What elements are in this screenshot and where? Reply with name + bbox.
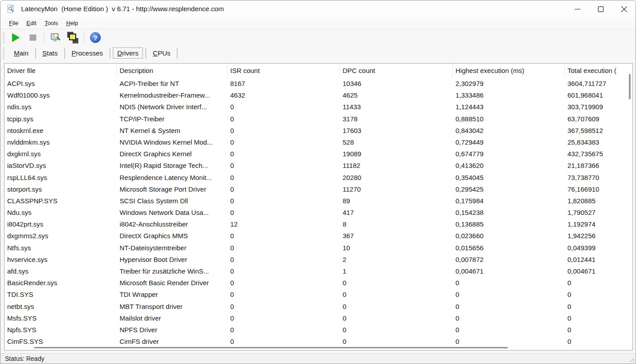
cell-dpc_count[interactable]: 11182: [340, 160, 453, 171]
cell-description[interactable]: TCP/IP-Treiber: [117, 113, 228, 125]
cell-highest_execution_ms[interactable]: 0,136885: [453, 218, 565, 230]
cell-description[interactable]: i8042-Anschlusstreiber: [117, 218, 228, 230]
cell-isr_count[interactable]: 0: [228, 289, 340, 300]
cell-total_execution_ms[interactable]: 0: [565, 289, 632, 300]
cell-description[interactable]: Treiber für zusätzliche WinS...: [117, 266, 228, 277]
cell-total_execution_ms[interactable]: 21,187366: [565, 160, 632, 171]
vertical-scrollbar-thumb[interactable]: [629, 74, 631, 99]
cell-description[interactable]: Resplendence Latency Monit...: [117, 172, 228, 184]
cell-dpc_count[interactable]: 19089: [340, 148, 453, 160]
horizontal-scrollbar-thumb[interactable]: [34, 347, 508, 348]
cell-description[interactable]: DirectX Graphics MMS: [117, 230, 228, 242]
cell-dpc_count[interactable]: 1: [340, 266, 453, 277]
cell-isr_count[interactable]: 0: [228, 125, 340, 137]
cell-description[interactable]: NT-Dateisystemtreiber: [117, 242, 228, 254]
cell-highest_execution_ms[interactable]: 0,354045: [453, 172, 565, 184]
maximize-button[interactable]: [589, 0, 612, 17]
cell-isr_count[interactable]: 0: [228, 230, 340, 242]
stop-monitor-button[interactable]: [26, 31, 40, 44]
cell-driver_file[interactable]: Npfs.SYS: [4, 324, 117, 336]
column-header-driver_file[interactable]: Driver file: [4, 64, 117, 77]
cell-driver_file[interactable]: netbt.sys: [4, 301, 117, 313]
cell-highest_execution_ms[interactable]: 0: [453, 301, 565, 313]
cell-dpc_count[interactable]: 417: [340, 207, 453, 218]
cell-highest_execution_ms[interactable]: 0,888510: [453, 113, 565, 125]
cell-total_execution_ms[interactable]: 0,012441: [565, 254, 632, 266]
cell-highest_execution_ms[interactable]: 1,124443: [453, 101, 565, 113]
cell-isr_count[interactable]: 0: [228, 336, 340, 345]
cell-driver_file[interactable]: Ndu.sys: [4, 207, 117, 218]
cell-driver_file[interactable]: TDI.SYS: [4, 289, 117, 300]
cell-isr_count[interactable]: 0: [228, 301, 340, 313]
cell-dpc_count[interactable]: 0: [340, 301, 453, 313]
cell-driver_file[interactable]: ndis.sys: [4, 101, 117, 113]
table-row[interactable]: Msfs.SYSMailslot driver0000: [4, 313, 632, 324]
table-row[interactable]: i8042prt.sysi8042-Anschlusstreiber1280,1…: [4, 218, 632, 230]
cell-isr_count[interactable]: 4632: [228, 90, 340, 101]
column-header-description[interactable]: Description: [117, 64, 228, 77]
minimize-button[interactable]: [566, 0, 589, 17]
table-row[interactable]: hvservice.sysHypervisor Boot Driver020,0…: [4, 254, 632, 266]
cell-dpc_count[interactable]: 2: [340, 254, 453, 266]
cell-total_execution_ms[interactable]: 3604,711727: [565, 78, 632, 90]
cell-total_execution_ms[interactable]: 0: [565, 336, 632, 345]
cell-dpc_count[interactable]: 89: [340, 195, 453, 207]
cell-isr_count[interactable]: 0: [228, 266, 340, 277]
table-row[interactable]: TDI.SYSTDI Wrapper0000: [4, 289, 632, 300]
cell-description[interactable]: NPFS Driver: [117, 324, 228, 336]
help-button[interactable]: ?: [88, 31, 103, 44]
cell-highest_execution_ms[interactable]: 0: [453, 336, 565, 345]
tab-stats[interactable]: Stats: [39, 48, 62, 58]
cell-isr_count[interactable]: 0: [228, 242, 340, 254]
cell-description[interactable]: SCSI Class System Dll: [117, 195, 228, 207]
horizontal-scrollbar[interactable]: [4, 345, 632, 350]
cell-highest_execution_ms[interactable]: 0: [453, 313, 565, 324]
table-row[interactable]: CLASSPNP.SYSSCSI Class System Dll0890,17…: [4, 195, 632, 207]
table-row[interactable]: Npfs.SYSNPFS Driver0000: [4, 324, 632, 336]
menu-help[interactable]: Help: [62, 18, 82, 28]
cell-isr_count[interactable]: 0: [228, 101, 340, 113]
cell-highest_execution_ms[interactable]: 0,843042: [453, 125, 565, 137]
cell-total_execution_ms[interactable]: 432,735675: [565, 148, 632, 160]
cell-highest_execution_ms[interactable]: 0: [453, 324, 565, 336]
cell-total_execution_ms[interactable]: 1,790527: [565, 207, 632, 218]
tabbar-gripper[interactable]: [3, 47, 4, 59]
tab-drivers[interactable]: Drivers: [113, 47, 143, 59]
cell-dpc_count[interactable]: 3178: [340, 113, 453, 125]
cell-dpc_count[interactable]: 0: [340, 289, 453, 300]
cell-driver_file[interactable]: hvservice.sys: [4, 254, 117, 266]
table-row[interactable]: ACPI.sysACPI-Treiber für NT8167103462,30…: [4, 78, 632, 90]
column-header-total_execution_ms[interactable]: Total execution (: [565, 64, 633, 77]
cell-dpc_count[interactable]: 0: [340, 336, 453, 345]
cell-driver_file[interactable]: iaStorVD.sys: [4, 160, 117, 171]
cell-driver_file[interactable]: ACPI.sys: [4, 78, 117, 90]
cell-isr_count[interactable]: 0: [228, 148, 340, 160]
table-row[interactable]: ndis.sysNDIS (Network Driver Interf...01…: [4, 101, 632, 113]
table-row[interactable]: Ntfs.sysNT-Dateisystemtreiber0100,015656…: [4, 242, 632, 254]
cell-highest_execution_ms[interactable]: 1,333486: [453, 90, 565, 101]
cell-dpc_count[interactable]: 17603: [340, 125, 453, 137]
column-header-dpc_count[interactable]: DPC count: [340, 64, 453, 77]
column-header-highest_execution_ms[interactable]: Highest execution (ms): [453, 64, 565, 77]
cell-description[interactable]: Intel(R) Rapid Storage Tech...: [117, 160, 228, 171]
processes-button[interactable]: [65, 31, 80, 44]
cell-total_execution_ms[interactable]: 73,738770: [565, 172, 632, 184]
table-row[interactable]: dxgkrnl.sysDirectX Graphics Kernel019089…: [4, 148, 632, 160]
cell-highest_execution_ms[interactable]: 0,729449: [453, 137, 565, 148]
cell-description[interactable]: Windows Network Data Usa...: [117, 207, 228, 218]
cell-highest_execution_ms[interactable]: 2,302979: [453, 78, 565, 90]
cell-driver_file[interactable]: rspLLL64.sys: [4, 172, 117, 184]
cell-dpc_count[interactable]: 528: [340, 137, 453, 148]
cell-isr_count[interactable]: 0: [228, 254, 340, 266]
cell-description[interactable]: Microsoft Basic Render Driver: [117, 277, 228, 289]
cell-description[interactable]: NT Kernel & System: [117, 125, 228, 137]
cell-highest_execution_ms[interactable]: 0: [453, 277, 565, 289]
table-row[interactable]: ntoskrnl.exeNT Kernel & System0176030,84…: [4, 125, 632, 137]
cell-driver_file[interactable]: Msfs.SYS: [4, 313, 117, 324]
cell-highest_execution_ms[interactable]: 0,175984: [453, 195, 565, 207]
cell-total_execution_ms[interactable]: 76,166910: [565, 184, 632, 195]
cell-isr_count[interactable]: 0: [228, 313, 340, 324]
tab-cpus[interactable]: CPUs: [149, 48, 174, 58]
toolbar-gripper[interactable]: [3, 32, 4, 43]
cell-highest_execution_ms[interactable]: 0,015656: [453, 242, 565, 254]
